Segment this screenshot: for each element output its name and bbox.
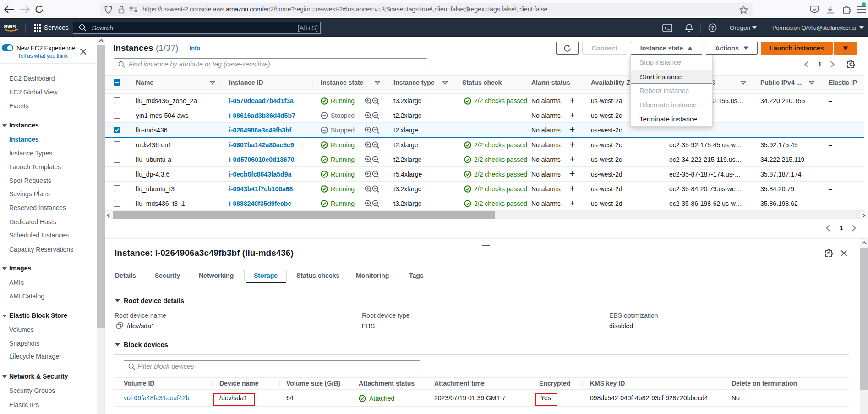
svg-text:aws: aws xyxy=(4,22,16,30)
svg-text:?: ? xyxy=(711,25,714,31)
